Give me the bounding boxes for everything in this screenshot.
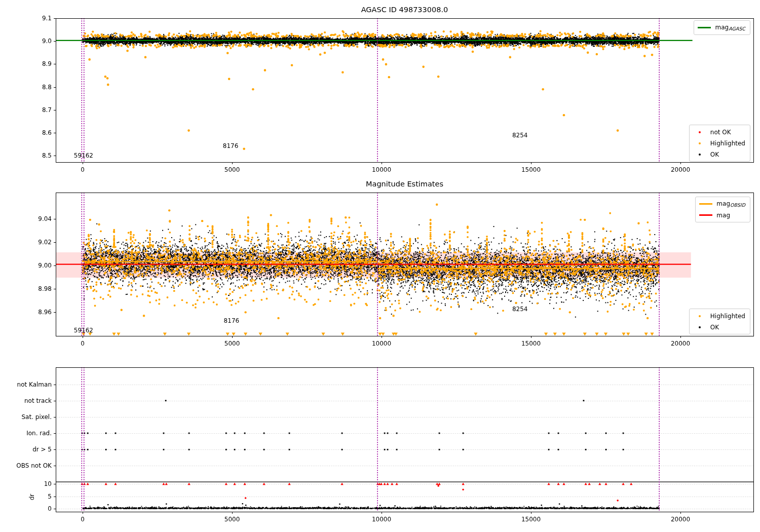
ok-dot-sample <box>699 326 701 328</box>
flag-row-label: Ion. rad. <box>26 430 52 437</box>
legend-sample <box>699 203 712 205</box>
legend-sample <box>693 142 706 144</box>
x-tick-label: 10000 <box>372 516 391 523</box>
x-tick-label: 5000 <box>224 340 240 347</box>
x-tick-label: 15000 <box>521 516 541 523</box>
legend-mag-lines: magOBSID mag <box>695 197 750 222</box>
mag-agasc-line-sample <box>698 27 711 28</box>
y-tick-label: 8.5 <box>42 152 52 159</box>
x-tick-label: 5000 <box>224 516 240 523</box>
figure: AGASC ID 498733008.0 Magnitude Estimates… <box>0 0 760 532</box>
highlighted-dot-sample <box>699 142 701 144</box>
y-tick-label: 9.02 <box>38 239 52 246</box>
flag-row-label: not track <box>24 397 52 404</box>
legend-item-mag-obsid: magOBSID <box>699 200 745 208</box>
y-tick-label: 9.04 <box>38 215 52 222</box>
legend-label-highlighted: Highlighted <box>710 140 745 147</box>
y-tick-label: 8.7 <box>42 106 52 113</box>
dr-tick-label: 10 <box>44 480 52 487</box>
x-tick-label: 10000 <box>372 166 391 173</box>
legend-label-mag: mag <box>716 212 730 219</box>
legend-item-highlighted: Highlighted <box>693 139 745 147</box>
x-tick-label: 5000 <box>224 166 240 173</box>
y-tick-label: 8.8 <box>42 84 52 91</box>
y-tick-label: 8.9 <box>42 60 52 67</box>
legend-label-ok: OK <box>710 151 719 158</box>
dr-tick-label: 0 <box>48 505 52 512</box>
legend-item-ok: OK <box>693 150 745 159</box>
y-tick-label: 8.6 <box>42 129 52 136</box>
legend-sample <box>698 27 711 28</box>
legend-label-not-ok: not OK <box>710 129 731 136</box>
x-tick-label: 20000 <box>671 166 690 173</box>
obsid-annotation: 59162 <box>74 152 93 159</box>
legend-item-ok: OK <box>693 323 745 331</box>
legend-mag-agasc: magAGASC <box>694 20 750 35</box>
legend-label-ok: OK <box>710 324 719 331</box>
y-tick-label: 9.1 <box>42 15 52 22</box>
x-tick-label: 0 <box>81 166 85 173</box>
legend-item-highlighted: Highlighted <box>693 312 745 320</box>
figure-canvas <box>0 0 760 532</box>
obsid-annotation: 8254 <box>512 132 528 139</box>
x-tick-label: 0 <box>81 516 85 523</box>
legend-item-not-ok: not OK <box>693 128 745 136</box>
x-tick-label: 20000 <box>671 340 690 347</box>
x-tick-label: 15000 <box>521 166 541 173</box>
legend-label-mag-obsid: magOBSID <box>716 200 745 208</box>
legend-plot2-points: Highlighted OK <box>689 309 750 334</box>
legend-sample <box>693 326 706 328</box>
flag-row-label: not Kalman <box>17 381 52 388</box>
obsid-annotation: 8254 <box>512 306 528 313</box>
y-tick-label: 8.98 <box>38 285 52 292</box>
flag-row-label: OBS not OK <box>16 462 52 469</box>
legend-item-mag-agasc: magAGASC <box>698 23 745 32</box>
legend-sample <box>693 154 706 156</box>
obsid-annotation: 8176 <box>223 142 239 149</box>
legend-sample <box>699 214 712 216</box>
flag-row-label: Sat. pixel. <box>21 413 52 421</box>
legend-item-mag: mag <box>699 211 745 219</box>
x-tick-label: 0 <box>81 340 85 347</box>
legend-sample <box>693 315 706 317</box>
legend-label-mag-agasc: magAGASC <box>715 24 745 31</box>
flag-row-label: dr > 5 <box>32 446 52 453</box>
legend-label-highlighted: Highlighted <box>710 313 745 320</box>
y-tick-label: 9.00 <box>38 262 52 269</box>
highlighted-dot-sample <box>699 315 701 317</box>
x-tick-label: 15000 <box>521 340 541 347</box>
y-tick-label: 9.0 <box>42 37 52 45</box>
plot2-title: Magnitude Estimates <box>56 180 753 188</box>
x-tick-label: 20000 <box>671 516 690 523</box>
ok-dot-sample <box>699 154 701 156</box>
dr-tick-label: 5 <box>48 493 52 500</box>
x-tick-label: 10000 <box>372 340 391 347</box>
mag-obsid-line-sample <box>699 203 712 205</box>
not-ok-dot-sample <box>699 131 701 133</box>
obsid-annotation: 8176 <box>224 317 240 324</box>
mag-line-sample <box>699 214 712 216</box>
obsid-annotation: 59162 <box>74 327 93 334</box>
dr-axis-label: dr <box>28 494 35 501</box>
legend-sample <box>693 131 706 133</box>
y-tick-label: 8.96 <box>38 309 52 316</box>
plot1-title: AGASC ID 498733008.0 <box>56 6 753 14</box>
legend-plot1-points: not OK Highlighted OK <box>689 125 750 162</box>
